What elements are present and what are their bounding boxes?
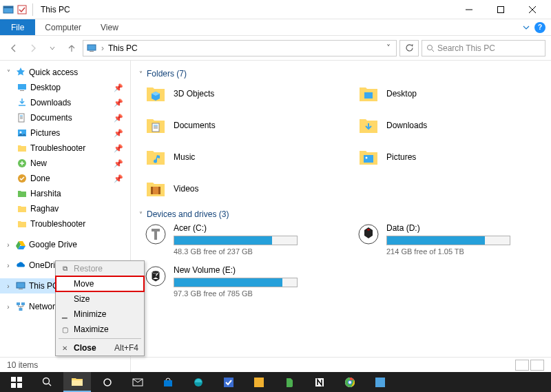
menu-restore: ⧉Restore [56,261,144,276]
close-button[interactable] [517,0,548,19]
chevron-right-icon[interactable]: › [4,303,12,311]
svg-rect-38 [154,231,157,240]
menu-size[interactable]: Size [56,291,144,307]
menu-maximize[interactable]: ▢Maximize [56,322,144,337]
sidebar-item-troubleshooter[interactable]: Troubleshooter📌 [0,141,130,156]
details-view-button[interactable] [515,360,529,371]
folder-music[interactable]: Music [145,146,330,168]
up-button[interactable] [63,40,80,56]
item-count: 10 items [7,360,38,370]
taskbar-todo[interactable] [215,372,242,392]
taskbar-mail[interactable] [124,372,152,392]
pictures-icon [17,127,28,138]
svg-rect-45 [11,383,16,388]
folder-icon [17,143,28,154]
onedrive-icon [15,260,26,271]
svg-rect-22 [19,289,23,289]
svg-rect-43 [11,377,16,382]
menu-move[interactable]: Move [56,276,144,291]
music-folder-icon [145,146,167,168]
sidebar-item-raghav[interactable]: Raghav [0,201,130,216]
help-icon[interactable]: ? [534,22,545,33]
taskbar-notion[interactable] [306,372,333,392]
folder-3d-objects[interactable]: 3D Objects [145,83,330,105]
google-drive-icon [15,239,26,250]
folder-pictures[interactable]: Pictures [357,146,543,168]
menu-close[interactable]: ✕CloseAlt+F4 [56,340,144,355]
svg-rect-24 [21,302,25,305]
folder-videos[interactable]: Videos [145,178,330,200]
svg-rect-61 [375,378,385,387]
taskbar [0,372,551,392]
sidebar-item-done[interactable]: Done📌 [0,171,130,186]
downloads-icon [17,97,28,108]
sidebar-item-documents[interactable]: Documents📌 [0,110,130,125]
drives-section-header[interactable]: ˅ Devices and drives (3) [139,209,543,219]
taskbar-chrome[interactable] [336,372,364,392]
svg-rect-49 [72,380,83,386]
svg-rect-27 [152,123,159,132]
folder-documents[interactable]: Documents [145,114,330,136]
taskbar-explorer[interactable] [63,372,91,392]
tab-computer[interactable]: Computer [35,19,91,35]
drive-acer-c[interactable]: Acer (C:) 48.3 GB free of 237 GB [145,223,330,256]
maximize-button[interactable] [485,0,517,19]
svg-rect-31 [364,155,373,163]
3d-objects-icon [145,83,167,105]
tab-view[interactable]: View [91,19,128,35]
taskbar-app-yellow[interactable] [245,372,273,392]
sidebar-item-new[interactable]: New📌 [0,156,130,171]
svg-rect-54 [224,378,233,387]
search-box[interactable]: Search This PC [422,40,545,56]
documents-folder-icon [145,114,167,136]
this-pc-icon [86,43,97,54]
svg-rect-12 [20,90,24,91]
sidebar-item-troubleshooter-2[interactable]: Troubleshooter [0,216,130,231]
start-button[interactable] [3,372,30,392]
svg-rect-34 [151,187,153,194]
minimize-button[interactable] [453,0,485,19]
address-bar[interactable]: › This PC ˅ [83,40,397,56]
folder-green-icon [17,188,28,199]
navigation-bar: › This PC ˅ Search This PC [0,36,551,61]
svg-rect-26 [364,92,373,99]
quick-access-root[interactable]: ˅ Quick access [0,65,130,80]
back-button[interactable] [6,40,22,56]
folders-section-header[interactable]: ˅ Folders (7) [139,69,543,79]
menu-minimize[interactable]: ▁Minimize [56,307,144,322]
taskbar-evernote[interactable] [276,372,303,392]
taskbar-search[interactable] [33,372,61,392]
recent-locations-button[interactable] [44,40,61,56]
refresh-button[interactable] [399,40,419,56]
address-dropdown-icon[interactable]: ˅ [384,43,393,53]
pin-icon: 📌 [114,159,123,168]
status-bar: 10 items [0,357,551,372]
chevron-right-icon[interactable]: › [4,262,12,269]
folder-downloads[interactable]: Downloads [357,114,543,136]
large-icons-view-button[interactable] [530,360,544,371]
sidebar-item-desktop[interactable]: Desktop📌 [0,80,130,95]
taskbar-settings[interactable] [94,372,121,392]
taskbar-store[interactable] [154,372,182,392]
taskbar-edge[interactable] [185,372,212,392]
properties-icon[interactable] [17,4,28,15]
sidebar-item-harshita[interactable]: Harshita [0,186,130,201]
drive-capacity-bar [174,236,298,245]
folder-desktop[interactable]: Desktop [357,83,543,105]
address-text: This PC [108,43,138,53]
documents-icon [17,112,28,123]
drive-icon [357,223,380,245]
svg-rect-44 [17,377,22,382]
sidebar-item-pictures[interactable]: Pictures📌 [0,125,130,141]
taskbar-app-blue[interactable] [366,372,394,392]
chevron-right-icon[interactable]: › [4,282,12,290]
chevron-down-icon[interactable]: ˅ [4,69,12,76]
drive-data-d[interactable]: Data (D:) 214 GB free of 1.05 TB [357,223,543,256]
chevron-right-icon[interactable]: › [4,241,12,249]
tab-file[interactable]: File [0,19,35,35]
forward-button[interactable] [25,40,41,56]
sidebar-item-downloads[interactable]: Downloads📌 [0,95,130,110]
sidebar-google-drive[interactable]: ›Google Drive [0,237,130,252]
drive-new-volume-e[interactable]: New Volume (E:) 97.3 GB free of 785 GB [145,265,330,298]
ribbon-chevron-icon[interactable] [522,23,530,32]
